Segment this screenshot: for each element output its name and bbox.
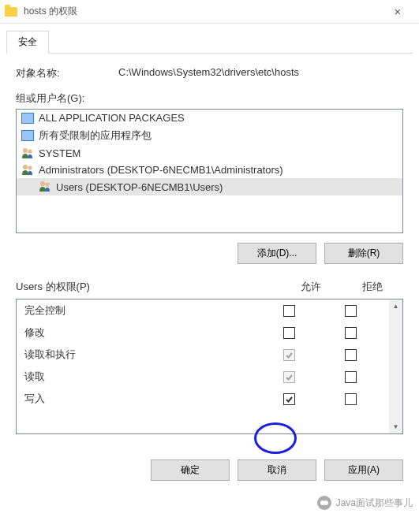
permissions-header: Users 的权限(P) 允许 拒绝 — [16, 280, 403, 299]
permission-name: 写入 — [24, 392, 258, 406]
list-item-label: SYSTEM — [39, 147, 80, 159]
object-name-row: 对象名称: C:\Windows\System32\drivers\etc\ho… — [6, 63, 413, 91]
users-icon — [21, 165, 34, 176]
permission-name: 读取和执行 — [24, 348, 258, 362]
permissions-scrollbar[interactable]: ▲ ▼ — [389, 299, 402, 433]
allow-checkbox[interactable] — [283, 371, 295, 383]
list-item[interactable]: Administrators (DESKTOP-6NECMB1\Administ… — [17, 162, 402, 178]
permissions-listbox: 完全控制 修改 读取和执行 读取 — [16, 299, 403, 434]
scroll-track[interactable] — [389, 313, 402, 420]
cancel-button[interactable]: 取消 — [238, 459, 316, 481]
list-item[interactable]: SYSTEM — [17, 145, 402, 162]
package-icon — [21, 130, 34, 141]
allow-checkbox[interactable] — [283, 349, 295, 361]
add-button-label: 添加(D)... — [257, 247, 297, 259]
permission-name: 完全控制 — [24, 303, 258, 318]
scroll-down-button[interactable]: ▼ — [389, 420, 402, 433]
permissions-header-label: Users 的权限(P) — [16, 280, 280, 294]
allow-checkbox[interactable] — [283, 327, 295, 339]
deny-checkbox[interactable] — [345, 371, 357, 383]
allow-checkbox[interactable] — [283, 305, 295, 317]
list-item-label: Administrators (DESKTOP-6NECMB1\Administ… — [39, 164, 283, 176]
cancel-button-label: 取消 — [267, 464, 286, 475]
list-item-label: Users (DESKTOP-6NECMB1\Users) — [56, 181, 223, 193]
list-item[interactable]: ALL APPLICATION PACKAGES — [17, 110, 402, 126]
deny-checkbox[interactable] — [345, 327, 357, 339]
object-name-label: 对象名称: — [16, 66, 118, 80]
list-item[interactable]: 所有受限制的应用程序包 — [17, 126, 402, 145]
permission-row: 写入 — [17, 388, 389, 410]
allow-column-header: 允许 — [280, 280, 342, 294]
wechat-icon — [317, 496, 331, 510]
list-item-label: ALL APPLICATION PACKAGES — [39, 112, 185, 124]
deny-checkbox[interactable] — [345, 305, 357, 317]
apply-button[interactable]: 应用(A) — [324, 459, 403, 481]
folder-icon — [5, 7, 17, 17]
permissions-list: 完全控制 修改 读取和执行 读取 — [17, 299, 389, 433]
ok-button[interactable]: 确定 — [151, 459, 230, 481]
ok-button-label: 确定 — [181, 464, 200, 475]
users-icon — [39, 181, 51, 192]
window-title: hosts 的权限 — [24, 5, 77, 18]
svg-point-4 — [40, 181, 45, 186]
permission-name: 读取 — [24, 370, 258, 384]
dialog-footer: 确定 取消 应用(A) — [6, 448, 413, 490]
dialog-content: 安全 对象名称: C:\Windows\System32\drivers\etc… — [0, 24, 419, 490]
list-item-label: 所有受限制的应用程序包 — [39, 128, 152, 143]
add-button[interactable]: 添加(D)... — [238, 243, 316, 264]
scroll-up-button[interactable]: ▲ — [389, 299, 402, 313]
watermark-text: Java面试那些事儿 — [336, 497, 413, 510]
svg-point-0 — [23, 148, 28, 153]
object-name-value: C:\Windows\System32\drivers\etc\hosts — [118, 66, 403, 80]
tab-row: 安全 — [6, 30, 413, 54]
permission-row: 读取 — [17, 366, 389, 388]
remove-button-label: 删除(R) — [348, 247, 380, 259]
watermark: Java面试那些事儿 — [317, 496, 413, 510]
permission-row: 完全控制 — [17, 299, 389, 322]
list-item[interactable]: Users (DESKTOP-6NECMB1\Users) — [17, 178, 402, 195]
close-icon: × — [395, 5, 402, 18]
permission-row: 读取和执行 — [17, 344, 389, 366]
close-button[interactable]: × — [381, 0, 414, 24]
svg-point-3 — [28, 166, 32, 169]
tab-security-label: 安全 — [18, 36, 37, 47]
package-icon — [21, 113, 34, 124]
svg-point-2 — [23, 165, 28, 169]
deny-checkbox[interactable] — [345, 349, 357, 361]
permission-row: 修改 — [17, 322, 389, 344]
permissions-area: Users 的权限(P) 允许 拒绝 完全控制 修改 读取和执行 — [6, 273, 413, 434]
remove-button[interactable]: 删除(R) — [324, 243, 403, 264]
users-icon — [21, 148, 34, 159]
svg-point-5 — [45, 182, 49, 186]
deny-checkbox[interactable] — [345, 393, 357, 405]
deny-column-header: 拒绝 — [342, 280, 403, 294]
permission-name: 修改 — [24, 326, 258, 340]
groups-label: 组或用户名(G): — [6, 91, 413, 109]
window-titlebar: hosts 的权限 × — [0, 0, 419, 24]
tab-security[interactable]: 安全 — [6, 31, 49, 54]
group-buttons: 添加(D)... 删除(R) — [6, 233, 413, 273]
groups-listbox[interactable]: ALL APPLICATION PACKAGES 所有受限制的应用程序包 SYS… — [16, 109, 403, 233]
apply-button-label: 应用(A) — [348, 464, 380, 475]
svg-point-1 — [28, 149, 32, 153]
allow-checkbox[interactable] — [283, 393, 295, 405]
